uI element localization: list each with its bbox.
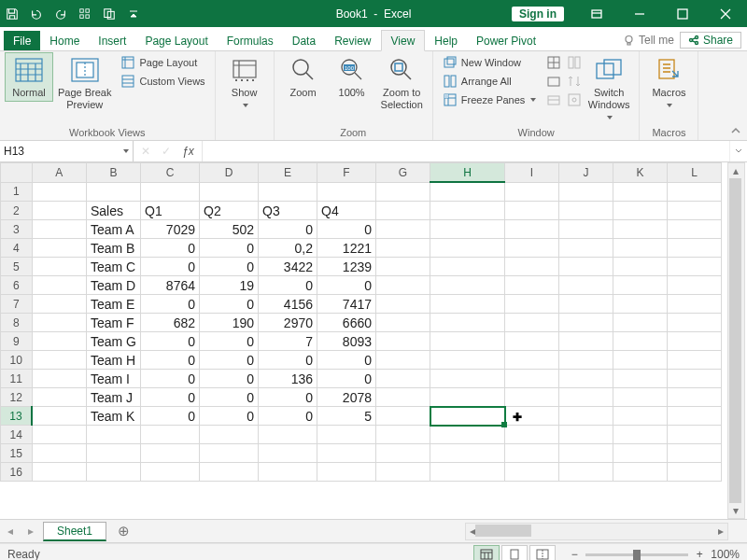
cell-D9[interactable]: 0 (200, 332, 259, 351)
cell-C13[interactable]: 0 (141, 407, 200, 426)
cell-I1[interactable] (505, 182, 559, 202)
cell-F4[interactable]: 1221 (317, 239, 376, 258)
cell-E4[interactable]: 0,2 (259, 239, 317, 258)
cell-L7[interactable] (668, 295, 722, 314)
cancel-icon[interactable]: ✕ (141, 145, 150, 158)
cell-D16[interactable] (200, 463, 259, 482)
cell-D3[interactable]: 502 (200, 220, 259, 239)
tab-review[interactable]: Review (325, 31, 380, 50)
cell-H5[interactable] (430, 258, 505, 276)
cell-L13[interactable] (668, 407, 722, 426)
cell-L8[interactable] (668, 314, 722, 332)
vertical-scrollbar[interactable]: ▴ ▾ (727, 162, 745, 519)
tab-insert[interactable]: Insert (89, 31, 135, 50)
zoom-in-button[interactable]: + (694, 548, 705, 560)
col-header-J[interactable]: J (559, 163, 613, 183)
col-header-B[interactable]: B (87, 163, 141, 183)
cell-C2[interactable]: Q1 (141, 202, 200, 220)
cell-I16[interactable] (505, 463, 559, 482)
cell-I2[interactable] (505, 202, 559, 220)
cell-I6[interactable] (505, 276, 559, 295)
cell-G7[interactable] (376, 295, 430, 314)
cell-E7[interactable]: 4156 (259, 295, 317, 314)
view-side-by-side-button[interactable] (564, 53, 583, 72)
cell-K13[interactable] (613, 407, 668, 426)
qat-more-icon[interactable] (122, 4, 145, 24)
cell-H4[interactable] (430, 239, 505, 258)
cell-J11[interactable] (559, 370, 613, 388)
cell-A10[interactable] (32, 351, 87, 370)
tab-power-pivot[interactable]: Power Pivot (467, 31, 545, 50)
cell-B6[interactable]: Team D (87, 276, 141, 295)
cell-K1[interactable] (613, 182, 668, 202)
page-break-status-button[interactable] (529, 545, 556, 560)
cell-B12[interactable]: Team J (87, 388, 141, 407)
row-header-12[interactable]: 12 (1, 388, 33, 407)
cell-G6[interactable] (376, 276, 430, 295)
col-header-D[interactable]: D (200, 163, 259, 183)
cell-F10[interactable]: 0 (317, 351, 376, 370)
cell-H10[interactable] (430, 351, 505, 370)
row-header-1[interactable]: 1 (1, 182, 33, 202)
cell-G9[interactable] (376, 332, 430, 351)
macros-button[interactable]: Macros (645, 53, 692, 113)
cell-H2[interactable] (430, 202, 505, 220)
cell-D2[interactable]: Q2 (200, 202, 259, 220)
cell-J13[interactable] (559, 407, 613, 426)
row-header-11[interactable]: 11 (1, 370, 33, 388)
zoom-to-selection-button[interactable]: Zoom to Selection (377, 53, 427, 113)
cell-L9[interactable] (668, 332, 722, 351)
zoom-100-button[interactable]: 100 100% (329, 53, 375, 101)
cell-L16[interactable] (668, 463, 722, 482)
row-header-13[interactable]: 13 (1, 407, 33, 426)
cell-A11[interactable] (32, 370, 87, 388)
cell-L11[interactable] (668, 370, 722, 388)
cell-K9[interactable] (613, 332, 668, 351)
cell-E16[interactable] (259, 463, 317, 482)
cell-H12[interactable] (430, 388, 505, 407)
cell-A4[interactable] (32, 239, 87, 258)
cell-L3[interactable] (668, 220, 722, 239)
cell-J5[interactable] (559, 258, 613, 276)
sheet-nav-prev-icon[interactable]: ◂ (0, 525, 21, 538)
cell-K15[interactable] (613, 444, 668, 463)
tab-file[interactable]: File (4, 31, 40, 50)
cell-J8[interactable] (559, 314, 613, 332)
cell-D5[interactable]: 0 (200, 258, 259, 276)
cell-J7[interactable] (559, 295, 613, 314)
cell-H13[interactable] (430, 407, 505, 426)
cell-L2[interactable] (668, 202, 722, 220)
cell-I8[interactable] (505, 314, 559, 332)
cell-A6[interactable] (32, 276, 87, 295)
cell-B3[interactable]: Team A (87, 220, 141, 239)
cell-B11[interactable]: Team I (87, 370, 141, 388)
cell-E8[interactable]: 2970 (259, 314, 317, 332)
custom-views-button[interactable]: Custom Views (117, 72, 208, 91)
cell-B4[interactable]: Team B (87, 239, 141, 258)
cell-C8[interactable]: 682 (141, 314, 200, 332)
cell-E10[interactable]: 0 (259, 351, 317, 370)
cell-F5[interactable]: 1239 (317, 258, 376, 276)
cell-K10[interactable] (613, 351, 668, 370)
row-header-9[interactable]: 9 (1, 332, 33, 351)
cell-E6[interactable]: 0 (259, 276, 317, 295)
switch-windows-button[interactable]: Switch Windows (585, 53, 634, 125)
spreadsheet-grid[interactable]: ABCDEFGHIJKL12SalesQ1Q2Q3Q43Team A702950… (0, 162, 747, 519)
cell-I11[interactable] (505, 370, 559, 388)
cell-C7[interactable]: 0 (141, 295, 200, 314)
cell-F16[interactable] (317, 463, 376, 482)
cell-L10[interactable] (668, 351, 722, 370)
sign-in-button[interactable]: Sign in (512, 7, 564, 21)
cell-G11[interactable] (376, 370, 430, 388)
cell-J9[interactable] (559, 332, 613, 351)
reset-pos-button[interactable] (564, 91, 583, 109)
page-layout-status-button[interactable] (501, 545, 528, 560)
cell-H15[interactable] (430, 444, 505, 463)
qat-icon-1[interactable] (74, 4, 96, 24)
cell-J12[interactable] (559, 388, 613, 407)
cell-E5[interactable]: 3422 (259, 258, 317, 276)
undo-icon[interactable] (25, 4, 48, 24)
cell-A16[interactable] (32, 463, 87, 482)
cell-I14[interactable] (505, 426, 559, 444)
cell-D15[interactable] (200, 444, 259, 463)
